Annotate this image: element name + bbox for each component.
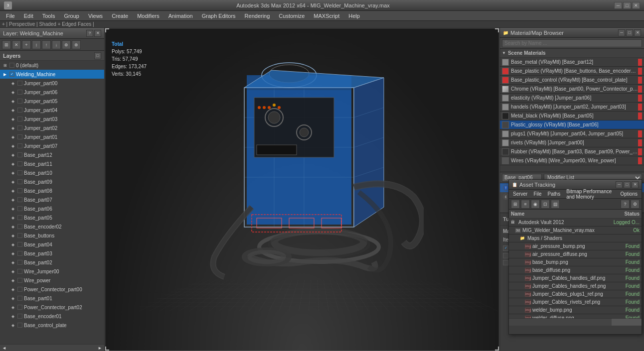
layer-tool-1[interactable]: ⊞	[2, 40, 11, 49]
at-list-item[interactable]: imgwelder_diffuse.pngFound	[509, 314, 642, 318]
at-list-item[interactable]: imgJumper_Cables_handles_ref.pngFound	[509, 282, 642, 290]
menu-item-customize[interactable]: Customize	[275, 11, 309, 20]
layer-visibility-checkbox[interactable]	[17, 170, 22, 175]
menu-item-rendering[interactable]: Rendering	[241, 11, 274, 20]
layer-visibility-checkbox[interactable]	[17, 305, 22, 310]
layer-item[interactable]: ◈Base_part06	[0, 204, 104, 213]
layer-visibility-checkbox[interactable]	[17, 269, 22, 274]
menu-item-create[interactable]: Create	[108, 11, 132, 20]
menu-item-grapheditors[interactable]: Graph Editors	[198, 11, 240, 20]
layer-visibility-checkbox[interactable]	[9, 63, 14, 68]
mat-item[interactable]: Base_plastic_control (VRayMtl) [Base_con…	[500, 76, 644, 85]
at-close[interactable]: ✕	[632, 181, 639, 188]
mat-item[interactable]: Base_plastic (VRayMtl) [Base_buttons, Ba…	[500, 67, 644, 76]
at-tool-4[interactable]: ⊡	[541, 200, 550, 209]
layer-visibility-checkbox[interactable]	[17, 125, 22, 130]
render-iters-checkbox[interactable]: ✓	[503, 245, 508, 251]
mat-item[interactable]: elasticity (VRayMtl) [Jumper_part06]	[500, 94, 644, 103]
mat-item[interactable]: handels (VRayMtl) [Jumper_part02, Jumper…	[500, 103, 644, 112]
mat-browser-minimize[interactable]: ─	[618, 29, 625, 36]
layer-visibility-checkbox[interactable]	[17, 152, 22, 157]
layer-item[interactable]: ◈Base_part12	[0, 150, 104, 159]
layer-panel-question-button[interactable]: ?	[86, 30, 93, 37]
mat-item[interactable]: Plastic_glossy (VRayMtl) [Base_part06]	[500, 120, 644, 129]
at-list-item[interactable]: 3dMIG_Welder_Machine_vray.maxOk	[509, 227, 642, 234]
layer-tool-6[interactable]: ↓	[52, 40, 61, 49]
at-menu-item[interactable]: Options	[619, 191, 640, 197]
close-button[interactable]: ✕	[632, 2, 640, 9]
layer-item[interactable]: ◈Jumper_part07	[0, 141, 104, 150]
layer-item[interactable]: ◈Jumper_part03	[0, 115, 104, 123]
menu-item-file[interactable]: File	[2, 11, 19, 20]
layer-tool-2[interactable]: ✕	[12, 40, 21, 49]
layer-item[interactable]: ◈Base_part10	[0, 168, 104, 177]
at-list-item[interactable]: 📁Maps / Shaders	[509, 234, 642, 242]
mat-item[interactable]: rivets (VRayMtl) [Jumper_part00]	[500, 138, 644, 147]
layer-visibility-checkbox[interactable]	[17, 296, 22, 301]
layer-item[interactable]: ◈Power_Conntector_part00	[0, 285, 104, 294]
at-menu-item[interactable]: Bitmap Performance and Memory	[564, 189, 616, 200]
mat-browser-maximize[interactable]: □	[626, 29, 633, 36]
menu-item-views[interactable]: Views	[84, 11, 107, 20]
layer-item[interactable]: ◈Base_part07	[0, 195, 104, 204]
menu-item-maxscript[interactable]: MAXScript	[310, 11, 343, 20]
at-list-item[interactable]: imgair_pressure_bump.pngFound	[509, 242, 642, 250]
layer-visibility-checkbox[interactable]	[17, 81, 22, 86]
at-tool-5[interactable]: ▤	[551, 200, 560, 209]
at-minimize[interactable]: ─	[616, 181, 623, 188]
layer-visibility-checkbox[interactable]	[17, 188, 22, 193]
layer-panel-close-button[interactable]: ✕	[94, 30, 101, 37]
layer-item[interactable]: ◈Jumper_part05	[0, 97, 104, 106]
layer-visibility-checkbox[interactable]	[17, 323, 22, 328]
mat-item[interactable]: Base_metal (VRayMtl) [Base_part12]	[500, 58, 644, 67]
layer-item[interactable]: ◈Jumper_part04	[0, 106, 104, 115]
at-tool-1[interactable]: ⊞	[511, 200, 520, 209]
layer-visibility-checkbox[interactable]	[17, 215, 22, 220]
layers-list[interactable]: ⊞0 (default)▶✓Welding_Machine◈Jumper_par…	[0, 61, 104, 344]
layer-tool-8[interactable]: ⊗	[72, 40, 81, 49]
at-menu-item[interactable]: File	[531, 191, 543, 197]
layer-item[interactable]: ◈Base_part11	[0, 159, 104, 168]
mat-list[interactable]: Base_metal (VRayMtl) [Base_part12]Base_p…	[500, 58, 644, 172]
menu-item-edit[interactable]: Edit	[20, 11, 37, 20]
layer-item[interactable]: ◈Wire_Jumper00	[0, 267, 104, 276]
menu-item-help[interactable]: Help	[344, 11, 364, 20]
at-list-item[interactable]: imgbase_diffuse.pngFound	[509, 266, 642, 274]
layer-tool-4[interactable]: ↕	[32, 40, 41, 49]
layer-visibility-checkbox[interactable]	[17, 90, 22, 95]
layer-item[interactable]: ◈Base_part04	[0, 240, 104, 249]
layer-item[interactable]: ◈Wire_power	[0, 276, 104, 285]
layer-visibility-checkbox[interactable]	[17, 287, 22, 292]
layer-item[interactable]: ▶✓Welding_Machine	[0, 70, 104, 79]
at-list-item[interactable]: imgJumper_Cables_handles_dif.pngFound	[509, 274, 642, 282]
mat-item[interactable]: Wires (VRayMtl) [Wire_Jumper00, Wire_pow…	[500, 156, 644, 165]
layer-visibility-checkbox[interactable]	[17, 99, 22, 104]
layer-visibility-checkbox[interactable]: ✓	[9, 72, 14, 77]
layer-item[interactable]: ⊞0 (default)	[0, 61, 104, 70]
layer-visibility-checkbox[interactable]	[17, 197, 22, 202]
at-tool-3[interactable]: ◉	[531, 200, 540, 209]
layer-visibility-checkbox[interactable]	[17, 143, 22, 148]
layer-item[interactable]: ◈Jumper_part01	[0, 132, 104, 141]
layer-visibility-checkbox[interactable]	[17, 224, 22, 229]
layer-visibility-checkbox[interactable]	[17, 242, 22, 247]
isoline-checkbox[interactable]	[503, 253, 508, 258]
at-list-item[interactable]: imgair_pressure_diffuse.pngFound	[509, 250, 642, 258]
layer-item[interactable]: ◈Base_encoder01	[0, 312, 104, 321]
layer-visibility-checkbox[interactable]	[17, 161, 22, 166]
layer-item[interactable]: ◈Base_part05	[0, 213, 104, 222]
at-list-item[interactable]: imgbase_bump.pngFound	[509, 258, 642, 266]
mat-item[interactable]: Rubber (VRayMtl) [Base_part03, Base_part…	[500, 147, 644, 156]
asset-tracking-list[interactable]: 🏛Autodesk Vault 2012Logged O...3dMIG_Wel…	[509, 219, 642, 318]
mat-item[interactable]: plugs1 (VRayMtl) [Jumper_part04, Jumper_…	[500, 129, 644, 138]
explicit-normals-checkbox[interactable]	[503, 260, 508, 265]
layer-item[interactable]: ◈Base_part01	[0, 294, 104, 303]
at-menu-item[interactable]: Paths	[546, 191, 563, 197]
layer-visibility-checkbox[interactable]	[17, 278, 22, 283]
mat-browser-close[interactable]: ✕	[634, 29, 641, 36]
layer-item[interactable]: ◈Jumper_part02	[0, 123, 104, 132]
menu-item-modifiers[interactable]: Modifiers	[133, 11, 163, 20]
layer-item[interactable]: ◈Base_part02	[0, 258, 104, 267]
menu-item-tools[interactable]: Tools	[38, 11, 59, 20]
menu-item-animation[interactable]: Animation	[164, 11, 197, 20]
